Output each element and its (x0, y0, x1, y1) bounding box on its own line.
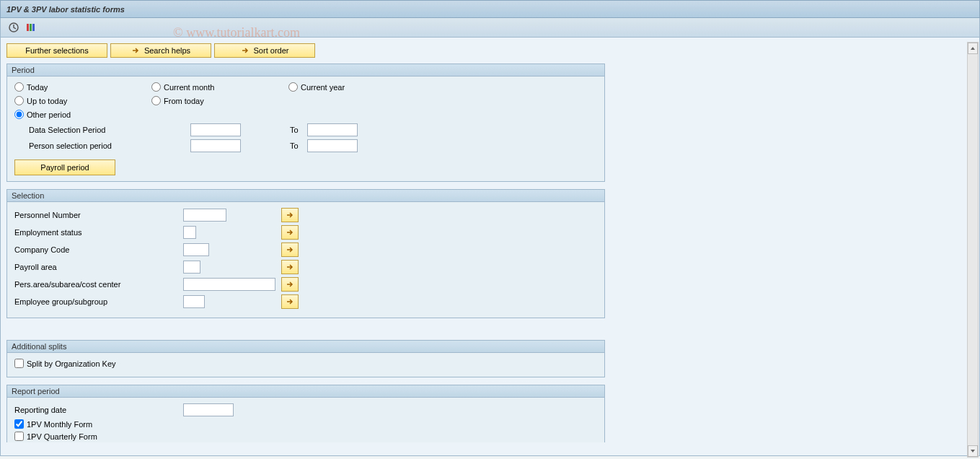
svg-rect-1 (27, 24, 29, 31)
quarterly-form-checkbox[interactable] (14, 432, 24, 441)
period-title: Period (7, 64, 604, 76)
pers-area-label: Pers.area/subarea/cost center (14, 280, 180, 289)
radio-up-to-today[interactable]: Up to today (14, 96, 123, 105)
radio-label: Current year (301, 83, 345, 92)
radio-today[interactable]: Today (14, 82, 123, 92)
structure-icon[interactable] (24, 21, 38, 34)
reporting-date-label: Reporting date (14, 406, 180, 414)
radio-other-period[interactable]: Other period (14, 110, 123, 119)
radio-current-month-input[interactable] (151, 82, 161, 92)
svg-rect-3 (32, 24, 35, 31)
page-title: 1PV & 3PV labor statistic forms (6, 5, 125, 14)
employee-group-label: Employee group/subgroup (14, 297, 180, 306)
radio-label: Other period (27, 110, 71, 119)
split-by-org-checkbox[interactable] (14, 359, 24, 368)
employee-group-input[interactable] (183, 295, 205, 308)
person-selection-from-input[interactable] (190, 139, 241, 152)
radio-label: Today (27, 83, 48, 92)
search-helps-button[interactable]: Search helps (110, 43, 211, 58)
execute-icon[interactable] (6, 21, 21, 34)
additional-splits-title: Additional splits (7, 341, 604, 353)
payroll-area-multiselect[interactable] (281, 260, 299, 274)
radio-label: From today (164, 97, 204, 105)
company-code-label: Company Code (14, 245, 180, 254)
radio-today-input[interactable] (14, 82, 24, 92)
radio-from-today[interactable]: From today (151, 96, 260, 105)
payroll-area-input[interactable] (183, 261, 200, 274)
employee-group-multiselect[interactable] (281, 294, 299, 309)
employment-status-label: Employment status (14, 228, 180, 237)
additional-splits-groupbox: Additional splits Split by Organization … (6, 340, 605, 377)
payroll-area-label: Payroll area (14, 263, 180, 271)
report-period-groupbox: Report period Reporting date 1PV Monthly… (6, 385, 605, 442)
split-by-org-label: Split by Organization Key (27, 359, 116, 368)
pers-area-input[interactable] (183, 278, 275, 291)
quarterly-form-label: 1PV Quarterly Form (27, 432, 97, 441)
radio-current-year-input[interactable] (288, 82, 298, 92)
person-selection-label: Person selection period (14, 141, 187, 150)
arrow-right-icon (241, 46, 250, 55)
personnel-number-input[interactable] (183, 209, 226, 222)
radio-current-year[interactable]: Current year (288, 82, 397, 92)
content-area: Further selections Search helps Sort ord… (0, 38, 980, 456)
scroll-down-icon[interactable] (968, 445, 978, 457)
button-label: Sort order (254, 46, 289, 55)
radio-up-to-today-input[interactable] (14, 96, 24, 105)
company-code-multiselect[interactable] (281, 242, 299, 257)
further-selections-button[interactable]: Further selections (6, 43, 107, 58)
button-label: Search helps (144, 46, 190, 55)
arrow-right-icon (131, 46, 140, 55)
radio-current-month[interactable]: Current month (151, 82, 260, 92)
button-label: Further selections (25, 46, 88, 55)
period-groupbox: Period Today Current month Current year (6, 64, 605, 182)
person-selection-to-input[interactable] (307, 139, 358, 152)
radio-other-period-input[interactable] (14, 110, 24, 119)
employment-status-multiselect[interactable] (281, 225, 299, 240)
to-label: To (290, 126, 304, 134)
page-title-bar: 1PV & 3PV labor statistic forms (0, 0, 980, 18)
reporting-date-input[interactable] (183, 403, 234, 416)
payroll-period-button[interactable]: Payroll period (14, 159, 115, 175)
radio-label: Up to today (27, 97, 67, 105)
report-period-title: Report period (7, 385, 604, 398)
sort-order-button[interactable]: Sort order (214, 43, 315, 58)
company-code-input[interactable] (183, 243, 209, 256)
app-toolbar (0, 18, 980, 38)
action-button-row: Further selections Search helps Sort ord… (6, 43, 974, 58)
button-label: Payroll period (40, 163, 89, 172)
radio-label: Current month (164, 83, 214, 92)
data-selection-to-input[interactable] (307, 123, 358, 136)
vertical-scrollbar[interactable] (967, 42, 979, 458)
personnel-number-label: Personnel Number (14, 211, 180, 219)
data-selection-from-input[interactable] (190, 123, 241, 136)
monthly-form-checkbox[interactable] (14, 419, 24, 429)
radio-from-today-input[interactable] (151, 96, 161, 105)
data-selection-label: Data Selection Period (14, 126, 187, 134)
selection-title: Selection (7, 190, 604, 202)
monthly-form-label: 1PV Monthly Form (27, 420, 92, 429)
svg-rect-2 (30, 24, 32, 31)
pers-area-multiselect[interactable] (281, 277, 299, 292)
employment-status-input[interactable] (183, 226, 196, 239)
to-label: To (290, 141, 304, 150)
selection-groupbox: Selection Personnel Number Employment st… (6, 189, 605, 318)
scroll-up-icon[interactable] (968, 43, 978, 54)
personnel-number-multiselect[interactable] (281, 208, 299, 222)
